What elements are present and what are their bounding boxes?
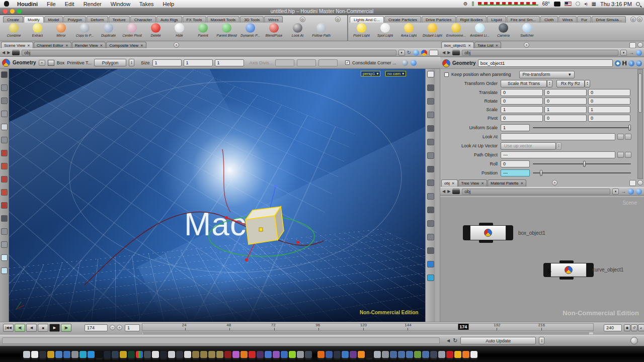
display-toolbar-icon[interactable] (427, 247, 434, 254)
nav-forward-icon[interactable]: ▶ (7, 50, 10, 55)
shelf-tool[interactable]: Area Light (397, 23, 421, 41)
shelf-tool[interactable]: Environme... (444, 23, 468, 41)
keep-position-checkbox[interactable] (444, 72, 449, 77)
shelf-tool[interactable]: Distant Light (421, 23, 444, 41)
state-help-icon[interactable] (411, 60, 417, 66)
scale-input[interactable]: 1 (588, 106, 630, 113)
transform-order-dropdown[interactable]: Scale Rot Trans (501, 80, 547, 87)
look-at-input[interactable] (501, 133, 615, 140)
position-slider[interactable] (533, 172, 631, 173)
rotate-input[interactable]: 0 (588, 98, 630, 105)
pane-tab[interactable]: Composite View✕ (106, 42, 146, 49)
menu-item[interactable]: Render (83, 1, 103, 7)
playbar-options-button[interactable]: ↺ (631, 324, 637, 331)
tool-column-icon[interactable] (1, 189, 8, 196)
shelf-tab[interactable]: Create (3, 16, 23, 23)
playbar-options-button[interactable]: ◐ (638, 324, 644, 331)
translate-input[interactable]: 0 (501, 89, 543, 96)
dock-icon[interactable] (96, 351, 103, 358)
dock-icon[interactable] (31, 351, 38, 358)
node-left-flag[interactable] (463, 225, 470, 240)
dock-icon[interactable] (240, 351, 248, 358)
playbar-options-button[interactable]: ◉ (624, 324, 630, 331)
tool-column-icon[interactable] (1, 98, 8, 104)
shelf-tab[interactable]: Deform (87, 16, 108, 23)
color-palette-icon[interactable] (421, 50, 427, 56)
sync-icon[interactable] (576, 2, 580, 6)
roll-slider[interactable] (533, 163, 631, 164)
shelf-tool[interactable]: Point Light (350, 23, 373, 41)
input-language-flag-icon[interactable] (565, 2, 572, 6)
shelf-tool[interactable]: Parent (191, 23, 215, 41)
dock-icon[interactable] (232, 351, 239, 358)
dock-icon[interactable] (281, 351, 288, 358)
recook-icon[interactable]: ↻ (453, 337, 457, 344)
nav-forward-icon[interactable]: ▶ (447, 189, 450, 194)
stock-ticker-icon[interactable] (478, 2, 538, 6)
menu-item[interactable]: Houdini (16, 1, 39, 7)
dock-icon[interactable] (63, 351, 70, 358)
menu-item[interactable]: Takes (138, 1, 155, 7)
display-toolbar-icon[interactable] (427, 207, 434, 213)
dock-icon[interactable] (398, 351, 405, 358)
rotate-input[interactable]: 0 (501, 98, 543, 105)
path-dropdown-icon[interactable]: ▾ (612, 189, 619, 195)
tool-column-icon[interactable] (1, 163, 8, 169)
tool-column-icon[interactable] (1, 176, 8, 183)
dock-icon[interactable] (55, 351, 62, 358)
tool-column-icon[interactable] (1, 124, 8, 130)
path-object-input[interactable]: --- (501, 151, 615, 158)
nav-back-icon[interactable]: ◀ (2, 50, 5, 55)
rotate-input[interactable]: 0 (544, 98, 587, 105)
dock-icon[interactable] (47, 351, 54, 358)
slider-knob[interactable] (540, 170, 542, 176)
dock-icon[interactable] (390, 351, 397, 358)
node-body[interactable] (470, 225, 506, 240)
current-frame-badge[interactable]: 174 (458, 324, 468, 330)
close-tab-icon[interactable]: ✕ (452, 182, 455, 186)
transform-order-spinner[interactable]: ▲▼ (547, 80, 552, 87)
shelf-tab[interactable]: FX Tools (183, 16, 206, 23)
shelf-tab[interactable]: Liquid (487, 16, 506, 23)
path-dropdown-icon[interactable]: ▾ (620, 50, 627, 56)
close-tab-icon[interactable]: ✕ (468, 44, 471, 48)
display-toolbar-icon[interactable] (427, 179, 434, 186)
playbar-button[interactable]: ■ (38, 324, 48, 332)
range-start-input[interactable]: 1 (125, 324, 140, 331)
dock-icon[interactable] (120, 351, 127, 358)
dock-icon[interactable] (446, 351, 453, 358)
translate-input[interactable]: 0 (588, 89, 630, 96)
op-jump-icon[interactable] (625, 134, 631, 140)
dock-icon[interactable] (326, 351, 333, 358)
dock-icon[interactable] (88, 351, 95, 358)
tool-column-icon[interactable] (1, 215, 8, 222)
frame-increment-button[interactable]: + (117, 325, 122, 330)
jump-icon[interactable]: → (629, 50, 634, 55)
pane-tab[interactable]: Take List✕ (474, 42, 501, 49)
undo-icon[interactable]: ◀ (447, 338, 450, 343)
update-mode-spinner[interactable]: ▲▼ (539, 337, 544, 344)
shelf-tab[interactable]: Maxwell Tools (207, 16, 240, 23)
shelf-tab[interactable]: Lights And C... (350, 16, 384, 23)
size-input[interactable]: 1 (184, 59, 213, 66)
shelf-tool[interactable]: Center Pivot (120, 23, 144, 41)
shelf-tab[interactable]: Cloth (540, 16, 558, 23)
pane-tab[interactable]: obj✕ (441, 179, 458, 187)
dock-icon[interactable] (144, 351, 151, 358)
tool-column-icon[interactable] (1, 71, 8, 78)
tool-column-icon[interactable] (1, 254, 8, 261)
shelf-tab[interactable]: Wires (558, 16, 577, 23)
dock-icon[interactable] (414, 351, 421, 358)
maximize-pane-icon[interactable] (629, 180, 636, 186)
shelf-tool[interactable]: Dynamic P... (238, 23, 262, 41)
tool-column-icon[interactable] (1, 150, 8, 156)
network-context-icon[interactable] (452, 189, 460, 194)
frame-decrement-button[interactable]: − (110, 325, 115, 330)
calendar-grid-icon[interactable]: ▦ (592, 1, 596, 7)
close-tab-icon[interactable]: ✕ (100, 44, 103, 48)
display-toolbar-icon[interactable] (427, 220, 434, 227)
shelf-tool[interactable]: Extract (26, 23, 49, 41)
close-tab-icon[interactable]: ✕ (521, 182, 524, 186)
shelf-tab[interactable]: Rigid Bodies (456, 16, 487, 23)
path-dropdown-icon[interactable]: ▾ (398, 50, 405, 56)
